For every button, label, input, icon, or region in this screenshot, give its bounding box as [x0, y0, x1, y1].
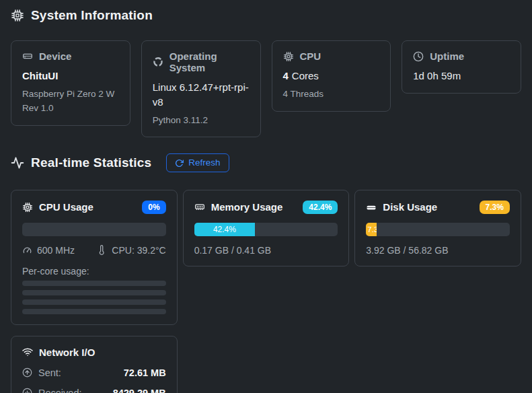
core-progressbar: [22, 299, 166, 305]
network-received-value: 8429.29 MB: [113, 388, 166, 393]
system-dashboard: System Information Device ChituUI Raspbe…: [0, 0, 532, 393]
disk-usage-badge: 7.3%: [480, 201, 510, 214]
os-kernel: Linux 6.12.47+rpt-rpi-v8: [153, 80, 250, 110]
cpu-usage-badge: 0%: [142, 201, 165, 214]
network-io-card: Network I/O Sent: 72.61 MB: [11, 336, 178, 393]
realtime-stats-title: Real-time Statistics: [31, 155, 151, 170]
device-card: Device ChituUI Raspberry Pi Zero 2 W Rev…: [11, 40, 130, 126]
cpu-chip-icon: [22, 202, 33, 213]
network-sent-value: 72.61 MB: [124, 367, 166, 378]
hard-drive-stack-icon: [366, 202, 377, 213]
cpu-frequency: 600 MHz: [22, 245, 75, 256]
cpu-usage-title: CPU Usage: [39, 201, 93, 213]
device-card-title: Device: [39, 50, 71, 62]
network-received-label: Received:: [38, 388, 81, 393]
disk-usage-progress-fill: 7.3%: [366, 223, 377, 236]
hard-drive-icon: [22, 51, 33, 62]
arrow-up-circle-icon: [22, 367, 32, 378]
memory-usage-progressbar: 42.4%: [194, 223, 338, 236]
memory-usage-detail: 0.17 GB / 0.41 GB: [194, 245, 338, 256]
thermometer-icon: [97, 245, 107, 255]
uptime-card-title: Uptime: [430, 50, 464, 62]
cpu-cores: 4Cores: [283, 69, 380, 83]
realtime-stats-header: Real-time Statistics Refresh: [11, 153, 521, 172]
speedometer-icon: [22, 245, 32, 255]
refresh-button-label: Refresh: [188, 158, 220, 168]
cpu-threads: 4 Threads: [283, 87, 380, 102]
refresh-icon: [175, 159, 184, 168]
device-model: Raspberry Pi Zero 2 W Rev 1.0: [22, 87, 119, 116]
memory-usage-title: Memory Usage: [211, 201, 283, 213]
arrow-down-circle-icon: [22, 388, 32, 393]
os-python-version: Python 3.11.2: [153, 114, 250, 128]
os-card: Operating System Linux 6.12.47+rpt-rpi-v…: [141, 40, 261, 137]
memory-usage-badge: 42.4%: [303, 201, 338, 214]
cpu-card: CPU 4Cores 4 Threads: [272, 40, 391, 112]
cpu-temperature: CPU: 39.2°C: [97, 245, 165, 256]
system-info-title: System Information: [31, 8, 153, 23]
core-progressbar: [22, 290, 166, 295]
ram-icon: [194, 202, 205, 213]
clock-icon: [413, 51, 424, 62]
network-received-row: Received: 8429.29 MB: [22, 388, 166, 393]
disk-usage-progressbar: 7.3%: [366, 223, 510, 236]
uptime-value: 1d 0h 59m: [413, 69, 510, 83]
core-progressbar: [22, 281, 166, 286]
core-progressbar: [22, 309, 166, 314]
network-sent-row: Sent: 72.61 MB: [22, 367, 166, 378]
memory-usage-progress-fill: 42.4%: [194, 223, 256, 236]
os-card-title: Operating System: [169, 50, 250, 73]
cpu-usage-progressbar: [22, 223, 166, 236]
realtime-stats-cards: CPU Usage 0% 600 MHz: [11, 190, 521, 393]
activity-pulse-icon: [11, 156, 24, 170]
segmented-circle-icon: [153, 57, 163, 67]
cpu-usage-card: CPU Usage 0% 600 MHz: [11, 190, 178, 325]
disk-usage-title: Disk Usage: [383, 201, 437, 213]
disk-usage-card: Disk Usage 7.3% 7.3% 3.92 GB / 56.82 GB: [354, 190, 521, 266]
system-info-cards: Device ChituUI Raspberry Pi Zero 2 W Rev…: [11, 40, 521, 137]
cpu-chip-icon: [283, 51, 294, 62]
refresh-button[interactable]: Refresh: [166, 153, 229, 172]
network-io-title: Network I/O: [39, 347, 95, 358]
per-core-bars: [22, 281, 166, 314]
memory-usage-card: Memory Usage 42.4% 42.4% 0.17 GB / 0.41 …: [183, 190, 350, 266]
disk-usage-detail: 3.92 GB / 56.82 GB: [366, 245, 510, 256]
system-info-header: System Information: [11, 8, 521, 23]
cpu-chip-icon: [11, 9, 24, 22]
network-sent-label: Sent:: [38, 367, 61, 378]
wifi-icon: [22, 347, 33, 357]
cpu-card-title: CPU: [300, 50, 321, 62]
per-core-usage-label: Per-core usage:: [22, 266, 166, 277]
device-name: ChituUI: [22, 69, 119, 83]
uptime-card: Uptime 1d 0h 59m: [402, 40, 521, 94]
